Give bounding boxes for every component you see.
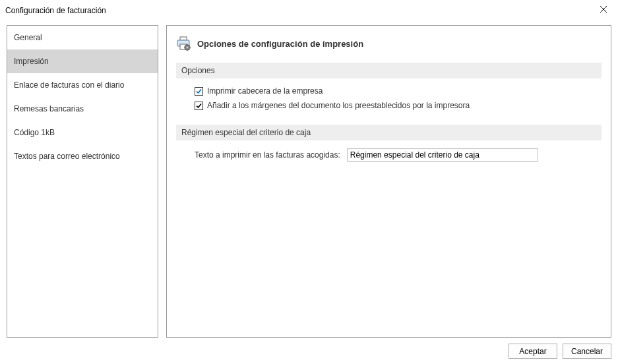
checkbox-icon bbox=[195, 87, 203, 96]
titlebar: Configuración de facturación bbox=[0, 0, 618, 21]
field-texto-imprimir: Texto a imprimir en las facturas acogida… bbox=[195, 148, 602, 162]
close-button[interactable] bbox=[588, 0, 618, 18]
window-title: Configuración de facturación bbox=[5, 6, 106, 15]
checkbox-icon bbox=[195, 102, 203, 110]
section-header-regimen: Régimen especial del criterio de caja bbox=[176, 125, 602, 140]
svg-line-12 bbox=[189, 49, 189, 49]
option-label: Añadir a los márgenes del documento los … bbox=[207, 101, 470, 110]
close-icon bbox=[600, 6, 607, 13]
sidebar: General Impresión Enlace de facturas con… bbox=[7, 25, 158, 338]
option-label: Imprimir cabecera de la empresa bbox=[207, 86, 323, 96]
sidebar-item-label: Impresión bbox=[14, 57, 49, 66]
cancel-button[interactable]: Cancelar bbox=[563, 344, 611, 359]
sidebar-item-codigo-1kb[interactable]: Código 1kB bbox=[7, 121, 158, 144]
texto-imprimir-input[interactable] bbox=[347, 148, 538, 162]
section-header-opciones: Opciones bbox=[176, 63, 602, 78]
sidebar-item-label: Textos para correo electrónico bbox=[14, 152, 120, 161]
sidebar-item-label: Remesas bancarias bbox=[14, 104, 84, 113]
sidebar-item-general[interactable]: General bbox=[7, 26, 158, 49]
sidebar-item-label: Enlace de facturas con el diario bbox=[14, 80, 124, 90]
option-add-margins[interactable]: Añadir a los márgenes del documento los … bbox=[195, 101, 602, 110]
sidebar-item-impresion[interactable]: Impresión bbox=[7, 49, 158, 73]
svg-line-13 bbox=[185, 49, 186, 49]
option-print-header[interactable]: Imprimir cabecera de la empresa bbox=[195, 86, 602, 96]
dialog-body: General Impresión Enlace de facturas con… bbox=[7, 25, 611, 338]
panel-heading: Opciones de configuración de impresión bbox=[197, 39, 363, 49]
panel-header: Opciones de configuración de impresión bbox=[176, 36, 602, 51]
main-panel: Opciones de configuración de impresión O… bbox=[166, 25, 611, 338]
sidebar-item-label: Código 1kB bbox=[14, 128, 55, 137]
field-label: Texto a imprimir en las facturas acogida… bbox=[195, 150, 340, 160]
dialog-footer: Aceptar Cancelar bbox=[509, 344, 611, 359]
sidebar-item-textos-correo[interactable]: Textos para correo electrónico bbox=[7, 144, 158, 168]
svg-line-11 bbox=[185, 46, 186, 46]
accept-button[interactable]: Aceptar bbox=[509, 344, 557, 359]
sidebar-item-remesas[interactable]: Remesas bancarias bbox=[7, 97, 158, 121]
sidebar-item-enlace-facturas[interactable]: Enlace de facturas con el diario bbox=[7, 73, 158, 97]
svg-rect-2 bbox=[180, 37, 187, 40]
svg-point-6 bbox=[187, 47, 189, 49]
sidebar-item-label: General bbox=[14, 33, 42, 42]
svg-line-14 bbox=[189, 46, 189, 46]
printer-gear-icon bbox=[176, 36, 191, 51]
